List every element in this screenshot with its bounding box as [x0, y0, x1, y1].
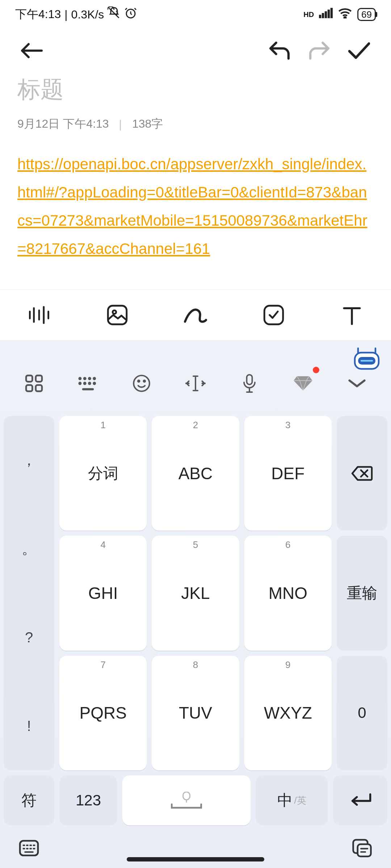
- note-date: 9月12日 下午4:13: [17, 116, 109, 132]
- kb-left-column: ， 。 ? !: [4, 416, 54, 770]
- status-bar: 下午4:13 | 0.3K/s HD 69: [0, 0, 391, 29]
- kb-punct-comma[interactable]: ，: [4, 416, 54, 505]
- key-4[interactable]: 4GHI: [59, 536, 147, 650]
- confirm-button[interactable]: [345, 36, 374, 65]
- key-zero[interactable]: 0: [337, 656, 387, 770]
- svg-point-17: [83, 377, 87, 380]
- back-button[interactable]: [17, 36, 46, 65]
- key-language[interactable]: 中/英: [256, 775, 328, 825]
- key-1[interactable]: 1分词: [59, 416, 147, 531]
- key-enter[interactable]: [333, 775, 387, 825]
- svg-point-18: [88, 377, 91, 380]
- keyboard-bottom-row: 符 123 中/英: [0, 770, 391, 828]
- keyboard-keys: ， 。 ? ! 1分词 2ABC 3DEF 4GHI 5JKL 6MNO 重输 …: [0, 412, 391, 770]
- svg-point-19: [93, 377, 96, 380]
- key-8[interactable]: 8TUV: [152, 656, 239, 770]
- svg-rect-12: [26, 375, 32, 382]
- kb-punct-question[interactable]: ?: [4, 593, 54, 682]
- battery-pct: 69: [361, 9, 372, 20]
- key-backspace[interactable]: [337, 416, 387, 531]
- body-content[interactable]: https://openapi.boc.cn/appserver/zxkh_si…: [17, 150, 374, 263]
- redo-button[interactable]: [305, 36, 334, 65]
- undo-button[interactable]: [265, 36, 294, 65]
- draw-tool[interactable]: [177, 297, 214, 333]
- svg-point-22: [88, 382, 91, 385]
- gesture-handle[interactable]: [127, 857, 264, 861]
- svg-rect-1: [319, 15, 321, 18]
- text-tool[interactable]: [334, 297, 370, 333]
- svg-rect-28: [247, 375, 252, 384]
- wifi-icon: [338, 8, 352, 21]
- editor-toolbar: [0, 289, 391, 340]
- kb-diamond-icon[interactable]: [283, 369, 323, 398]
- kb-collapse-icon[interactable]: [337, 369, 377, 398]
- status-netspeed: 0.3K/s: [71, 8, 104, 21]
- key-space[interactable]: [122, 775, 251, 825]
- mute-icon: [108, 7, 121, 22]
- kb-emoji-icon[interactable]: [122, 369, 161, 398]
- signal-icon: [319, 8, 333, 21]
- kb-apps-icon[interactable]: [14, 369, 54, 398]
- svg-point-23: [93, 382, 96, 385]
- svg-point-8: [113, 310, 116, 314]
- svg-rect-15: [36, 385, 42, 391]
- kb-punct-exclaim[interactable]: !: [4, 682, 54, 770]
- key-9[interactable]: 9WXYZ: [244, 656, 332, 770]
- svg-rect-5: [331, 8, 333, 18]
- svg-point-6: [344, 17, 346, 18]
- svg-rect-14: [26, 385, 32, 391]
- svg-rect-13: [36, 375, 42, 382]
- status-time: 下午4:13: [15, 7, 61, 22]
- svg-point-21: [83, 382, 87, 385]
- image-tool[interactable]: [99, 297, 135, 333]
- svg-rect-29: [183, 792, 190, 800]
- svg-point-25: [134, 375, 150, 391]
- kb-mic-icon[interactable]: [230, 369, 269, 398]
- meta-row: 9月12日 下午4:13 | 138字: [17, 116, 374, 132]
- kb-layout-icon[interactable]: [68, 369, 108, 398]
- status-left: 下午4:13 | 0.3K/s: [15, 7, 137, 22]
- svg-point-20: [78, 382, 81, 385]
- status-divider: |: [64, 8, 67, 21]
- kb-punct-period[interactable]: 。: [4, 505, 54, 593]
- meta-divider: |: [119, 118, 122, 131]
- svg-rect-32: [358, 844, 371, 856]
- voice-tool[interactable]: [21, 297, 57, 333]
- hd-label: HD: [303, 10, 314, 19]
- status-right: HD 69: [303, 8, 376, 21]
- svg-point-26: [138, 380, 140, 382]
- svg-rect-7: [108, 306, 127, 324]
- key-numbers[interactable]: 123: [59, 775, 117, 825]
- nav-bar: [0, 828, 391, 868]
- alarm-icon: [124, 7, 137, 22]
- notification-dot: [313, 367, 319, 373]
- app-header: [0, 29, 391, 72]
- key-6[interactable]: 6MNO: [244, 536, 332, 650]
- editor-area[interactable]: 标题 9月12日 下午4:13 | 138字 https://openapi.b…: [0, 74, 391, 263]
- svg-point-27: [144, 380, 146, 382]
- svg-point-16: [78, 377, 81, 380]
- key-7[interactable]: 7PQRS: [59, 656, 147, 770]
- key-2[interactable]: 2ABC: [152, 416, 239, 531]
- key-5[interactable]: 5JKL: [152, 536, 239, 650]
- title-input[interactable]: 标题: [17, 74, 374, 105]
- keyboard: ， 。 ? ! 1分词 2ABC 3DEF 4GHI 5JKL 6MNO 重输 …: [0, 340, 391, 868]
- key-3[interactable]: 3DEF: [244, 416, 332, 531]
- key-symbols[interactable]: 符: [4, 775, 54, 825]
- svg-rect-3: [325, 11, 327, 18]
- key-reinput[interactable]: 重输: [337, 536, 387, 650]
- word-count: 138字: [132, 116, 163, 132]
- svg-rect-30: [20, 841, 38, 855]
- svg-rect-2: [322, 13, 324, 18]
- kb-cursor-icon[interactable]: [176, 369, 215, 398]
- body-link[interactable]: https://openapi.boc.cn/appserver/zxkh_si…: [17, 150, 374, 263]
- keyboard-topbar: [0, 354, 391, 412]
- checklist-tool[interactable]: [256, 297, 292, 333]
- svg-rect-24: [82, 388, 94, 390]
- svg-rect-9: [264, 306, 283, 324]
- svg-rect-4: [328, 10, 330, 18]
- battery-indicator: 69: [357, 8, 376, 21]
